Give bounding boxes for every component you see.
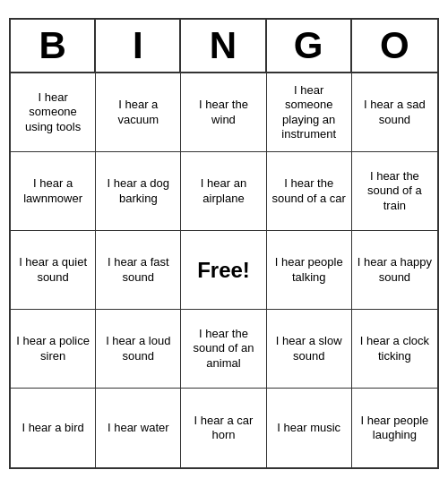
- free-cell[interactable]: Free!: [181, 231, 266, 310]
- bingo-cell[interactable]: I hear a vacuum: [96, 73, 181, 152]
- bingo-cell[interactable]: I hear a happy sound: [352, 231, 437, 310]
- bingo-cell[interactable]: I hear a car horn: [181, 389, 266, 467]
- bingo-header: BINGO: [11, 20, 437, 73]
- bingo-letter: N: [181, 20, 266, 72]
- bingo-letter: O: [352, 20, 437, 72]
- bingo-letter: I: [96, 20, 181, 72]
- bingo-cell[interactable]: I hear music: [267, 389, 352, 467]
- bingo-cell[interactable]: I hear a clock ticking: [352, 310, 437, 389]
- bingo-letter: G: [267, 20, 352, 72]
- bingo-cell[interactable]: I hear a dog barking: [96, 152, 181, 231]
- bingo-cell[interactable]: I hear a slow sound: [267, 310, 352, 389]
- bingo-grid: I hear someone using toolsI hear a vacuu…: [11, 73, 437, 467]
- bingo-cell[interactable]: I hear a fast sound: [96, 231, 181, 310]
- bingo-cell[interactable]: I hear a loud sound: [96, 310, 181, 389]
- bingo-letter: B: [11, 20, 96, 72]
- bingo-cell[interactable]: I hear water: [96, 389, 181, 467]
- bingo-cell[interactable]: I hear someone using tools: [11, 73, 96, 152]
- bingo-card: BINGO I hear someone using toolsI hear a…: [9, 18, 439, 469]
- bingo-cell[interactable]: I hear people talking: [267, 231, 352, 310]
- bingo-cell[interactable]: I hear the sound of an animal: [181, 310, 266, 389]
- bingo-cell[interactable]: I hear an airplane: [181, 152, 266, 231]
- bingo-cell[interactable]: I hear the wind: [181, 73, 266, 152]
- bingo-cell[interactable]: I hear someone playing an instrument: [267, 73, 352, 152]
- bingo-cell[interactable]: I hear people laughing: [352, 389, 437, 467]
- bingo-cell[interactable]: I hear a quiet sound: [11, 231, 96, 310]
- bingo-cell[interactable]: I hear the sound of a car: [267, 152, 352, 231]
- bingo-cell[interactable]: I hear a bird: [11, 389, 96, 467]
- bingo-cell[interactable]: I hear a police siren: [11, 310, 96, 389]
- bingo-cell[interactable]: I hear the sound of a train: [352, 152, 437, 231]
- bingo-cell[interactable]: I hear a lawnmower: [11, 152, 96, 231]
- bingo-cell[interactable]: I hear a sad sound: [352, 73, 437, 152]
